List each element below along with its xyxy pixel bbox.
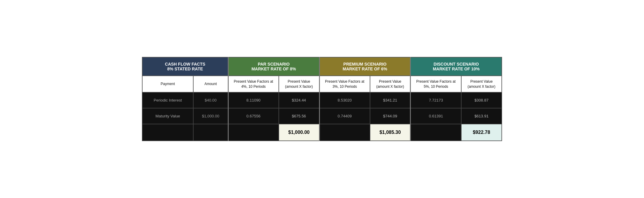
- cell-premium-pv-1: $744.09: [370, 108, 411, 124]
- cell-discount-factor-0: 7.72173: [411, 92, 461, 108]
- table-row: Maturity Value $1,000.00 0.67556 $675.56…: [142, 108, 502, 124]
- cash-flow-header: CASH FLOW FACTS 8% STATED RATE: [142, 57, 228, 76]
- cell-par-pv-1: $675.56: [279, 108, 319, 124]
- premium-header: PREMIUM SCENARIO MARKET RATE OF 6%: [319, 57, 411, 76]
- cell-amount-1: $1,000.00: [193, 108, 228, 124]
- total-empty-4: [319, 124, 370, 141]
- section-header-row: CASH FLOW FACTS 8% STATED RATE PAR SCENA…: [142, 57, 502, 76]
- col-par-factor: Present Value Factors at 4%, 10 Periods: [228, 76, 279, 93]
- cell-premium-factor-1: 0.74409: [319, 108, 370, 124]
- cell-amount-0: $40.00: [193, 92, 228, 108]
- col-amount: Amount: [193, 76, 228, 93]
- col-discount-factor: Present Value Factors at 5%, 10 Periods: [411, 76, 461, 93]
- col-discount-pv: Present Value (amount X factor): [461, 76, 502, 93]
- total-discount: $922.78: [461, 124, 502, 141]
- cell-discount-pv-0: $308.87: [461, 92, 502, 108]
- subheader-row: Payment Amount Present Value Factors at …: [142, 76, 502, 93]
- total-premium: $1,085.30: [370, 124, 411, 141]
- cell-par-factor-1: 0.67556: [228, 108, 279, 124]
- cell-payment-0: Periodic Interest: [142, 92, 193, 108]
- table-row: Periodic Interest $40.00 8.11090 $324.44…: [142, 92, 502, 108]
- col-par-pv: Present Value (amount X factor): [279, 76, 319, 93]
- col-payment: Payment: [142, 76, 193, 93]
- cell-premium-factor-0: 8.53020: [319, 92, 370, 108]
- total-empty-3: [228, 124, 279, 141]
- cell-discount-pv-1: $613.91: [461, 108, 502, 124]
- col-premium-factor: Present Value Factors at 3%, 10 Periods: [319, 76, 370, 93]
- discount-header: DISCOUNT SCENARIO MARKET RATE OF 10%: [411, 57, 502, 76]
- cell-par-pv-0: $324.44: [279, 92, 319, 108]
- total-empty-2: [193, 124, 228, 141]
- table-container: CASH FLOW FACTS 8% STATED RATE PAR SCENA…: [142, 57, 502, 141]
- total-row: $1,000.00 $1,085.30 $922.78: [142, 124, 502, 141]
- cell-payment-1: Maturity Value: [142, 108, 193, 124]
- cell-discount-factor-1: 0.61391: [411, 108, 461, 124]
- total-par: $1,000.00: [279, 124, 319, 141]
- col-premium-pv: Present Value (amount X factor): [370, 76, 411, 93]
- total-empty-1: [142, 124, 193, 141]
- cash-flow-table: CASH FLOW FACTS 8% STATED RATE PAR SCENA…: [142, 57, 502, 141]
- cell-premium-pv-0: $341.21: [370, 92, 411, 108]
- total-empty-5: [411, 124, 461, 141]
- cell-par-factor-0: 8.11090: [228, 92, 279, 108]
- par-header: PAR SCENARIO MARKET RATE OF 8%: [228, 57, 319, 76]
